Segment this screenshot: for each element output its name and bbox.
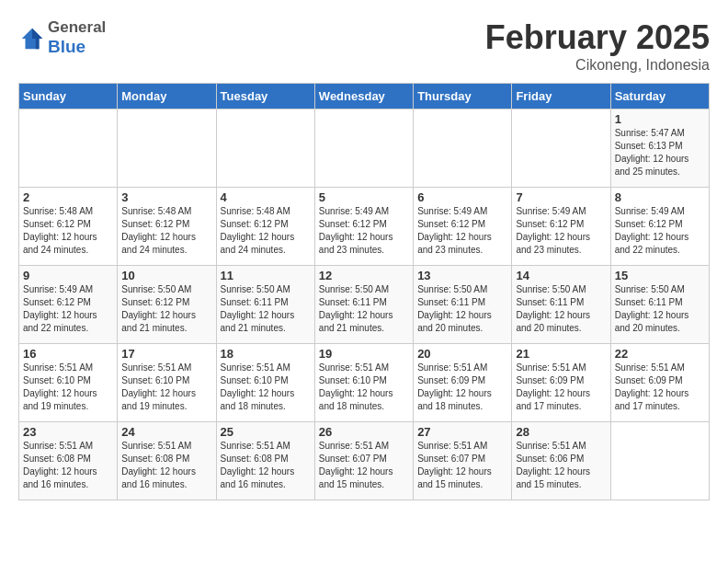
logo-blue: Blue xyxy=(48,37,106,58)
calendar-cell: 26Sunrise: 5:51 AM Sunset: 6:07 PM Dayli… xyxy=(314,422,413,500)
day-info: Sunrise: 5:51 AM Sunset: 6:10 PM Dayligh… xyxy=(319,362,409,413)
day-number: 11 xyxy=(221,269,311,282)
day-number: 22 xyxy=(615,347,705,361)
day-number: 21 xyxy=(516,347,606,361)
header-thursday: Thursday xyxy=(414,84,512,109)
calendar-cell: 28Sunrise: 5:51 AM Sunset: 6:06 PM Dayli… xyxy=(512,422,610,500)
calendar-cell: 9Sunrise: 5:49 AM Sunset: 6:12 PM Daylig… xyxy=(19,266,118,344)
day-info: Sunrise: 5:50 AM Sunset: 6:11 PM Dayligh… xyxy=(516,283,606,335)
day-number: 20 xyxy=(417,347,507,361)
calendar-cell xyxy=(314,109,413,188)
logo-icon xyxy=(18,25,46,52)
day-number: 5 xyxy=(319,190,409,204)
header-sunday: Sunday xyxy=(19,84,118,109)
day-number: 1 xyxy=(615,112,705,126)
header: General Blue February 2025 Cikoneng, Ind… xyxy=(18,18,710,74)
day-number: 3 xyxy=(121,190,211,204)
day-number: 26 xyxy=(319,425,409,439)
calendar-cell: 12Sunrise: 5:50 AM Sunset: 6:11 PM Dayli… xyxy=(314,266,413,344)
day-info: Sunrise: 5:50 AM Sunset: 6:12 PM Dayligh… xyxy=(121,283,211,335)
calendar-cell: 25Sunrise: 5:51 AM Sunset: 6:08 PM Dayli… xyxy=(216,422,314,500)
day-info: Sunrise: 5:50 AM Sunset: 6:11 PM Dayligh… xyxy=(319,283,409,335)
day-number: 13 xyxy=(417,269,507,282)
calendar-cell xyxy=(414,109,512,188)
calendar-cell: 5Sunrise: 5:49 AM Sunset: 6:12 PM Daylig… xyxy=(314,188,413,266)
day-number: 15 xyxy=(615,269,705,282)
calendar-cell: 10Sunrise: 5:50 AM Sunset: 6:12 PM Dayli… xyxy=(118,266,216,344)
calendar-cell: 17Sunrise: 5:51 AM Sunset: 6:10 PM Dayli… xyxy=(118,344,216,422)
day-info: Sunrise: 5:48 AM Sunset: 6:12 PM Dayligh… xyxy=(221,205,311,257)
calendar-cell: 22Sunrise: 5:51 AM Sunset: 6:09 PM Dayli… xyxy=(610,344,709,422)
day-info: Sunrise: 5:48 AM Sunset: 6:12 PM Dayligh… xyxy=(121,205,211,257)
calendar-cell xyxy=(216,109,314,188)
day-number: 18 xyxy=(221,347,311,361)
calendar-cell xyxy=(512,109,610,188)
day-info: Sunrise: 5:48 AM Sunset: 6:12 PM Dayligh… xyxy=(23,205,113,257)
calendar-cell: 21Sunrise: 5:51 AM Sunset: 6:09 PM Dayli… xyxy=(512,344,610,422)
calendar-cell: 13Sunrise: 5:50 AM Sunset: 6:11 PM Dayli… xyxy=(414,266,512,344)
day-number: 24 xyxy=(121,425,211,439)
calendar-cell: 7Sunrise: 5:49 AM Sunset: 6:12 PM Daylig… xyxy=(512,188,610,266)
calendar-cell: 4Sunrise: 5:48 AM Sunset: 6:12 PM Daylig… xyxy=(216,188,314,266)
calendar-cell: 3Sunrise: 5:48 AM Sunset: 6:12 PM Daylig… xyxy=(118,188,216,266)
logo: General Blue xyxy=(18,18,106,58)
header-monday: Monday xyxy=(118,84,216,109)
week-row-1: 2Sunrise: 5:48 AM Sunset: 6:12 PM Daylig… xyxy=(19,188,710,266)
day-number: 17 xyxy=(121,347,211,361)
header-row: SundayMondayTuesdayWednesdayThursdayFrid… xyxy=(19,84,710,109)
day-info: Sunrise: 5:49 AM Sunset: 6:12 PM Dayligh… xyxy=(615,205,705,257)
calendar-cell: 2Sunrise: 5:48 AM Sunset: 6:12 PM Daylig… xyxy=(19,188,118,266)
calendar-cell xyxy=(19,109,118,188)
week-row-3: 16Sunrise: 5:51 AM Sunset: 6:10 PM Dayli… xyxy=(19,344,710,422)
calendar-cell: 20Sunrise: 5:51 AM Sunset: 6:09 PM Dayli… xyxy=(414,344,512,422)
week-row-4: 23Sunrise: 5:51 AM Sunset: 6:08 PM Dayli… xyxy=(19,422,710,500)
logo-general: General xyxy=(48,18,106,37)
calendar-cell: 14Sunrise: 5:50 AM Sunset: 6:11 PM Dayli… xyxy=(512,266,610,344)
calendar-cell xyxy=(610,422,709,500)
month-title: February 2025 xyxy=(485,18,710,57)
day-info: Sunrise: 5:51 AM Sunset: 6:07 PM Dayligh… xyxy=(417,440,507,491)
header-saturday: Saturday xyxy=(610,84,709,109)
day-info: Sunrise: 5:51 AM Sunset: 6:09 PM Dayligh… xyxy=(417,362,507,413)
header-friday: Friday xyxy=(512,84,610,109)
calendar-cell: 23Sunrise: 5:51 AM Sunset: 6:08 PM Dayli… xyxy=(19,422,118,500)
day-info: Sunrise: 5:50 AM Sunset: 6:11 PM Dayligh… xyxy=(221,283,311,335)
day-info: Sunrise: 5:49 AM Sunset: 6:12 PM Dayligh… xyxy=(516,205,606,257)
calendar-cell: 27Sunrise: 5:51 AM Sunset: 6:07 PM Dayli… xyxy=(414,422,512,500)
day-info: Sunrise: 5:51 AM Sunset: 6:08 PM Dayligh… xyxy=(23,440,113,491)
header-tuesday: Tuesday xyxy=(216,84,314,109)
day-info: Sunrise: 5:51 AM Sunset: 6:10 PM Dayligh… xyxy=(23,362,113,413)
calendar-cell: 15Sunrise: 5:50 AM Sunset: 6:11 PM Dayli… xyxy=(610,266,709,344)
day-info: Sunrise: 5:51 AM Sunset: 6:08 PM Dayligh… xyxy=(121,440,211,491)
day-number: 19 xyxy=(319,347,409,361)
day-number: 2 xyxy=(23,190,113,204)
day-info: Sunrise: 5:50 AM Sunset: 6:11 PM Dayligh… xyxy=(417,283,507,335)
calendar-cell: 11Sunrise: 5:50 AM Sunset: 6:11 PM Dayli… xyxy=(216,266,314,344)
day-number: 8 xyxy=(615,190,705,204)
day-info: Sunrise: 5:51 AM Sunset: 6:09 PM Dayligh… xyxy=(615,362,705,413)
day-number: 9 xyxy=(23,269,113,282)
day-info: Sunrise: 5:51 AM Sunset: 6:10 PM Dayligh… xyxy=(221,362,311,413)
day-number: 12 xyxy=(319,269,409,282)
day-number: 10 xyxy=(121,269,211,282)
day-number: 28 xyxy=(516,425,606,439)
day-info: Sunrise: 5:50 AM Sunset: 6:11 PM Dayligh… xyxy=(615,283,705,335)
subtitle: Cikoneng, Indonesia xyxy=(485,57,710,74)
week-row-2: 9Sunrise: 5:49 AM Sunset: 6:12 PM Daylig… xyxy=(19,266,710,344)
day-info: Sunrise: 5:51 AM Sunset: 6:10 PM Dayligh… xyxy=(121,362,211,413)
day-number: 16 xyxy=(23,347,113,361)
day-number: 14 xyxy=(516,269,606,282)
day-info: Sunrise: 5:51 AM Sunset: 6:06 PM Dayligh… xyxy=(516,440,606,491)
calendar-table: SundayMondayTuesdayWednesdayThursdayFrid… xyxy=(18,83,710,500)
day-info: Sunrise: 5:49 AM Sunset: 6:12 PM Dayligh… xyxy=(319,205,409,257)
calendar-cell: 16Sunrise: 5:51 AM Sunset: 6:10 PM Dayli… xyxy=(19,344,118,422)
day-number: 27 xyxy=(417,425,507,439)
day-info: Sunrise: 5:51 AM Sunset: 6:09 PM Dayligh… xyxy=(516,362,606,413)
calendar-cell: 8Sunrise: 5:49 AM Sunset: 6:12 PM Daylig… xyxy=(610,188,709,266)
day-info: Sunrise: 5:49 AM Sunset: 6:12 PM Dayligh… xyxy=(417,205,507,257)
day-info: Sunrise: 5:51 AM Sunset: 6:08 PM Dayligh… xyxy=(221,440,311,491)
logo-text: General Blue xyxy=(48,18,106,58)
calendar-cell: 19Sunrise: 5:51 AM Sunset: 6:10 PM Dayli… xyxy=(314,344,413,422)
day-info: Sunrise: 5:49 AM Sunset: 6:12 PM Dayligh… xyxy=(23,283,113,335)
day-info: Sunrise: 5:47 AM Sunset: 6:13 PM Dayligh… xyxy=(615,127,705,178)
